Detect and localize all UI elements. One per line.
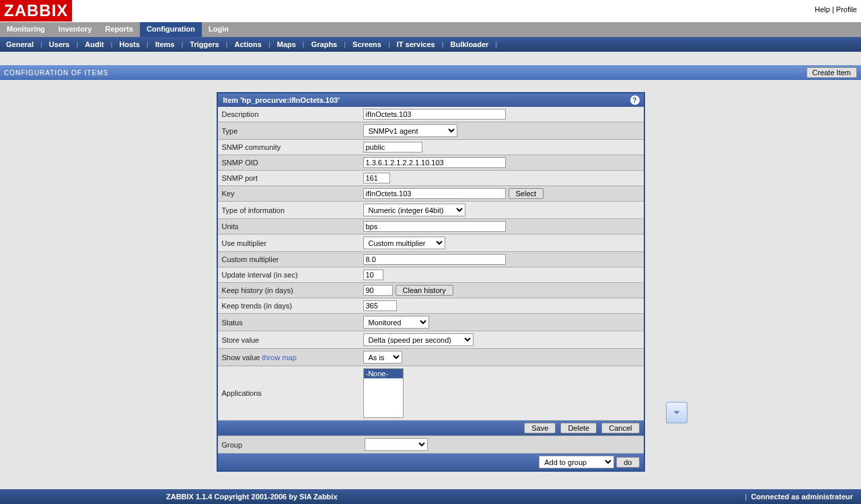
do-button[interactable]: do <box>616 457 639 468</box>
applications-option-none[interactable]: -None- <box>364 369 403 378</box>
label-snmp-community: SNMP community <box>218 140 361 155</box>
label-group: Group <box>222 441 365 449</box>
label-applications: Applications <box>218 366 361 420</box>
nav-hosts[interactable]: Hosts <box>117 40 142 48</box>
label-type-info: Type of information <box>218 202 361 218</box>
tab-monitoring[interactable]: Monitoring <box>0 22 52 37</box>
use-multiplier-select[interactable]: Custom multiplier <box>363 237 445 249</box>
nav-maps[interactable]: Maps <box>275 40 298 48</box>
nav-general[interactable]: General <box>4 40 36 48</box>
keep-trends-input[interactable] <box>363 300 397 311</box>
logo: ZABBIX <box>0 0 72 22</box>
nav-actions[interactable]: Actions <box>233 40 264 48</box>
label-keep-history: Keep history (in days) <box>218 283 361 298</box>
nav-triggers[interactable]: Triggers <box>188 40 221 48</box>
item-form: Item 'hp_procurve:ifInOctets.103' ? Desc… <box>217 92 645 472</box>
add-to-group-select[interactable]: Add to group <box>539 456 614 468</box>
snmp-oid-input[interactable] <box>363 157 506 168</box>
tab-configuration[interactable]: Configuration <box>140 22 202 37</box>
help-link[interactable]: Help <box>815 5 830 13</box>
nav-bulkloader[interactable]: Bulkloader <box>449 40 491 48</box>
tab-inventory[interactable]: Inventory <box>52 22 99 37</box>
description-input[interactable] <box>363 109 506 120</box>
label-snmp-oid: SNMP OID <box>218 155 361 170</box>
delete-button[interactable]: Delete <box>560 423 597 433</box>
cancel-button[interactable]: Cancel <box>601 423 639 433</box>
nav-screens[interactable]: Screens <box>350 40 383 48</box>
main-tabs: Monitoring Inventory Reports Configurati… <box>0 22 861 37</box>
profile-link[interactable]: Profile <box>836 5 857 13</box>
store-value-select[interactable]: Delta (speed per second) <box>363 333 474 346</box>
scroll-down-icon[interactable] <box>666 402 687 423</box>
custom-multiplier-input[interactable] <box>363 254 506 265</box>
page-title: CONFIGURATION OF ITEMS <box>4 69 108 77</box>
status-select[interactable]: Monitored <box>363 316 429 329</box>
nav-audit[interactable]: Audit <box>83 40 106 48</box>
label-units: Units <box>218 219 361 234</box>
label-type: Type <box>218 122 361 139</box>
label-snmp-port: SNMP port <box>218 171 361 185</box>
form-title: Item 'hp_procurve:ifInOctets.103' ? <box>218 93 644 107</box>
keep-history-input[interactable] <box>363 285 393 296</box>
label-use-multiplier: Use multiplier <box>218 235 361 251</box>
key-input[interactable] <box>363 188 506 199</box>
tab-reports[interactable]: Reports <box>98 22 140 37</box>
save-button[interactable]: Save <box>524 423 556 433</box>
label-custom-multiplier: Custom multiplier <box>218 252 361 267</box>
throw-map-link[interactable]: throw map <box>262 353 296 362</box>
tab-login[interactable]: Login <box>202 22 235 37</box>
nav-it-services[interactable]: IT services <box>395 40 437 48</box>
select-key-button[interactable]: Select <box>509 188 544 199</box>
sub-nav: General| Users| Audit| Hosts| Items| Tri… <box>0 37 861 52</box>
type-info-select[interactable]: Numeric (integer 64bit) <box>363 204 465 216</box>
create-item-button[interactable]: Create Item <box>807 67 857 78</box>
label-store-value: Store value <box>218 331 361 348</box>
label-update-interval: Update interval (in sec) <box>218 267 361 282</box>
help-icon[interactable]: ? <box>630 95 640 105</box>
label-show-value: Show value throw map <box>218 349 361 366</box>
update-interval-input[interactable] <box>363 269 383 280</box>
nav-items[interactable]: Items <box>153 40 177 48</box>
label-status: Status <box>218 314 361 331</box>
show-value-select[interactable]: As is <box>363 351 402 364</box>
label-description: Description <box>218 107 361 122</box>
label-keep-trends: Keep trends (in days) <box>218 298 361 313</box>
units-input[interactable] <box>363 221 506 232</box>
snmp-port-input[interactable] <box>363 173 390 183</box>
clean-history-button[interactable]: Clean history <box>396 285 453 296</box>
group-select[interactable] <box>365 438 428 451</box>
nav-graphs[interactable]: Graphs <box>309 40 340 48</box>
nav-users[interactable]: Users <box>47 40 72 48</box>
type-select[interactable]: SNMPv1 agent <box>363 124 457 137</box>
snmp-community-input[interactable] <box>363 142 422 153</box>
applications-listbox[interactable]: -None- <box>363 368 404 418</box>
label-key: Key <box>218 186 361 201</box>
